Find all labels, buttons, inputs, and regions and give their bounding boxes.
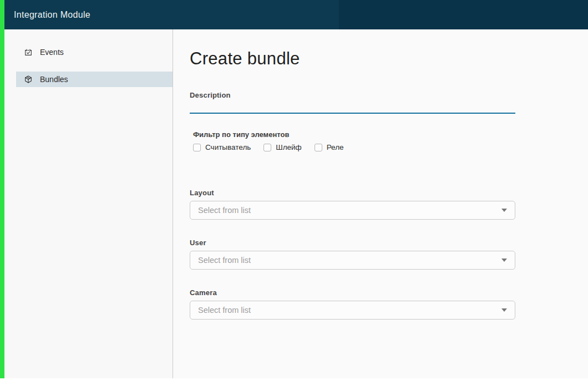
filter-group: Фильтр по типу элементов Считыватель Шле… [193, 131, 515, 151]
sidebar-item-label: Events [40, 48, 64, 57]
layout-label: Layout [190, 189, 515, 197]
camera-select[interactable]: Select from list [190, 301, 515, 320]
user-label: User [190, 239, 515, 247]
select-placeholder: Select from list [198, 256, 251, 265]
description-label: Description [190, 91, 515, 99]
chevron-down-icon [501, 259, 507, 262]
checkbox-option-relay[interactable]: Реле [315, 143, 344, 151]
checkbox-label: Реле [327, 143, 344, 151]
checkbox-option-reader[interactable]: Считыватель [193, 143, 251, 151]
camera-field-group: Camera Select from list [190, 288, 515, 320]
user-field-group: User Select from list [190, 239, 515, 270]
layout-select[interactable]: Select from list [190, 201, 515, 220]
sidebar-item-bundles[interactable]: Bundles [16, 72, 173, 87]
select-placeholder: Select from list [198, 206, 251, 215]
filter-group-label: Фильтр по типу элементов [193, 131, 515, 139]
checkbox-icon[interactable] [315, 144, 322, 151]
checkbox-icon[interactable] [193, 144, 201, 151]
chevron-down-icon [501, 308, 507, 312]
package-icon [24, 75, 33, 84]
select-placeholder: Select from list [198, 306, 251, 315]
checkbox-label: Шлейф [276, 143, 301, 151]
layout-field-group: Layout Select from list [190, 189, 515, 220]
app-title: Integration Module [14, 0, 90, 29]
page-title: Create bundle [190, 49, 515, 69]
chevron-down-icon [501, 209, 507, 212]
description-field-group: Description [190, 91, 515, 114]
filter-options: Считыватель Шлейф Реле [193, 143, 515, 151]
app-window: Integration Module Events [0, 0, 588, 378]
calendar-check-icon [24, 48, 33, 57]
checkbox-icon[interactable] [263, 144, 271, 151]
main-content: Create bundle Description Фильтр по типу… [173, 29, 588, 378]
checkbox-label: Считыватель [205, 143, 251, 151]
accent-strip [0, 0, 4, 378]
sidebar: Events Bundles [0, 29, 173, 378]
checkbox-option-loop[interactable]: Шлейф [263, 143, 301, 151]
app-header: Integration Module [0, 0, 588, 29]
camera-label: Camera [190, 288, 515, 297]
description-input[interactable] [190, 99, 515, 114]
sidebar-item-label: Bundles [40, 75, 68, 84]
user-select[interactable]: Select from list [190, 251, 515, 270]
sidebar-item-events[interactable]: Events [16, 44, 173, 60]
